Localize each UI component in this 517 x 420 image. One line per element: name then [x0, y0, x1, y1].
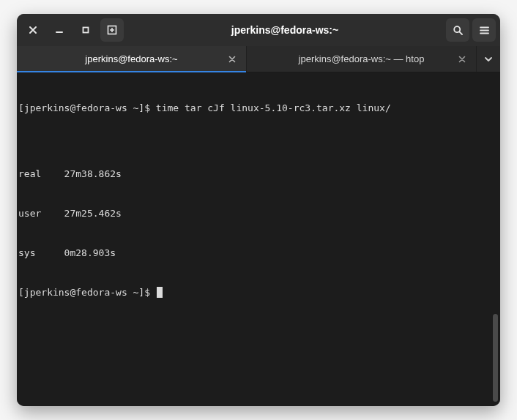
minimize-window-button[interactable] [48, 18, 71, 42]
tabbar: jperkins@fedora-ws:~ jperkins@fedora-ws:… [17, 46, 500, 72]
cursor [157, 287, 163, 298]
close-window-button[interactable] [21, 18, 45, 42]
minimize-icon [55, 26, 64, 34]
terminal-line: [jperkins@fedora-ws ~]$ time tar cJf lin… [18, 102, 497, 115]
search-button[interactable] [446, 18, 469, 42]
tab-close-button[interactable] [226, 53, 239, 66]
tab-label: jperkins@fedora-ws:~ [63, 53, 199, 64]
command: time tar cJf linux-5.10-rc3.tar.xz linux… [156, 102, 391, 113]
terminal-line: [jperkins@fedora-ws ~]$ [18, 286, 497, 299]
search-icon [453, 25, 464, 36]
close-icon [458, 56, 466, 63]
tab-label: jperkins@fedora-ws:~ — htop [277, 53, 447, 64]
tab-2[interactable]: jperkins@fedora-ws:~ — htop [247, 46, 477, 72]
scrollbar-thumb[interactable] [493, 314, 498, 402]
terminal-line: real 27m38.862s [18, 168, 497, 181]
window-title: jperkins@fedora-ws:~ [127, 24, 443, 36]
tab-1[interactable]: jperkins@fedora-ws:~ [17, 46, 247, 72]
maximize-icon [81, 26, 90, 34]
svg-rect-0 [83, 28, 89, 33]
menu-button[interactable] [472, 18, 496, 42]
terminal-line: sys 0m28.903s [18, 247, 497, 260]
titlebar: jperkins@fedora-ws:~ [17, 14, 500, 46]
new-tab-icon [106, 24, 118, 36]
close-icon [228, 56, 236, 63]
chevron-down-icon [484, 55, 493, 64]
hamburger-icon [479, 25, 490, 36]
terminal-window: jperkins@fedora-ws:~ jperkins@fedora-ws:… [17, 14, 500, 406]
close-icon [29, 26, 37, 34]
tab-close-button[interactable] [455, 53, 469, 66]
terminal-line: user 27m25.462s [18, 207, 497, 220]
new-tab-button[interactable] [100, 18, 124, 42]
prompt: [jperkins@fedora-ws ~]$ [18, 287, 156, 298]
maximize-window-button[interactable] [74, 18, 97, 42]
terminal-area[interactable]: [jperkins@fedora-ws ~]$ time tar cJf lin… [17, 72, 500, 406]
prompt: [jperkins@fedora-ws ~]$ [18, 102, 156, 113]
tabs-dropdown-button[interactable] [477, 46, 500, 72]
